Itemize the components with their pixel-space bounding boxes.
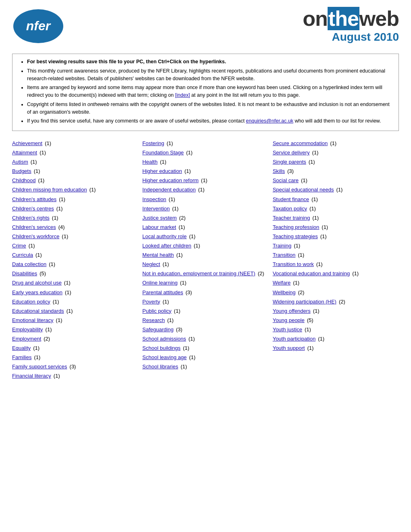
index-term-link[interactable]: Teaching strategies [273, 232, 318, 241]
index-term-link[interactable]: Labour market [142, 223, 176, 232]
index-row: Crime(1) [12, 241, 138, 250]
index-term-link[interactable]: Neglect [142, 260, 160, 269]
index-term-link[interactable]: Children's attitudes [12, 195, 56, 204]
index-term-link[interactable]: Autism [12, 158, 28, 166]
index-term-link[interactable]: Youth justice [273, 325, 302, 334]
index-term-count: (1) [34, 167, 40, 176]
index-row: Higher education(1) [142, 167, 268, 176]
index-term-link[interactable]: Independent education [142, 185, 195, 194]
index-term-count: (1) [309, 158, 315, 166]
index-row: Neglect(1) [142, 260, 268, 269]
index-term-link[interactable]: Childhood [12, 176, 36, 185]
index-term-link[interactable]: Wellbeing [273, 288, 296, 297]
index-term-link[interactable]: Data collection [12, 260, 46, 269]
index-link[interactable]: [index] [175, 92, 190, 98]
index-term-link[interactable]: Special educational needs [273, 185, 334, 194]
index-term-link[interactable]: Education policy [12, 297, 50, 306]
index-term-link[interactable]: Local authority role [142, 232, 187, 241]
index-term-link[interactable]: Public policy [142, 307, 171, 316]
index-term-link[interactable]: Youth participation [273, 335, 316, 343]
index-term-link[interactable]: Drug and alcohol use [12, 278, 62, 287]
index-term-link[interactable]: Educational standards [12, 307, 64, 316]
index-term-link[interactable]: Teacher training [273, 214, 310, 222]
index-term-link[interactable]: Children missing from education [12, 185, 87, 194]
index-term-link[interactable]: Budgets [12, 167, 31, 176]
index-term-link[interactable]: Equality [12, 344, 31, 353]
index-term-link[interactable]: Research [142, 316, 165, 325]
index-term-link[interactable]: Transition to work [273, 260, 314, 269]
index-term-link[interactable]: Parental attitudes [142, 288, 183, 297]
index-row: Drug and alcohol use(1) [12, 278, 138, 287]
index-term-link[interactable]: Families [12, 353, 31, 362]
index-term-link[interactable]: Achievement [12, 139, 42, 148]
index-term-count: (1) [320, 232, 327, 241]
index-term-count: (2) [179, 214, 186, 222]
index-row: Independent education(1) [142, 185, 268, 194]
index-row: Fostering(1) [142, 139, 268, 148]
index-term-link[interactable]: Early years education [12, 288, 62, 297]
index-term-link[interactable]: Youth support [273, 344, 305, 353]
email-link[interactable]: enquiries@nfer.ac.uk [246, 118, 293, 124]
index-term-link[interactable]: Teaching profession [273, 223, 320, 232]
index-term-link[interactable]: Vocational education and training [273, 269, 350, 278]
index-term-link[interactable]: Crime [12, 241, 26, 250]
index-term-count: (1) [56, 204, 63, 213]
index-term-link[interactable]: Intervention [142, 204, 170, 213]
index-term-link[interactable]: Higher education [142, 167, 182, 176]
index-term-count: (1) [312, 148, 318, 157]
index-term-count: (2) [44, 335, 50, 343]
index-term-link[interactable]: Financial literacy [12, 372, 51, 380]
index-term-link[interactable]: Children's services [12, 223, 56, 232]
index-term-link[interactable]: Children's workforce [12, 232, 59, 241]
index-term-link[interactable]: Looked after children [142, 241, 191, 250]
index-term-link[interactable]: Curricula [12, 251, 33, 260]
index-term-link[interactable]: School libraries [142, 362, 178, 371]
index-term-link[interactable]: Taxation policy [273, 204, 307, 213]
index-term-link[interactable]: Service delivery [273, 148, 310, 157]
index-term-link[interactable]: Higher education reform [142, 176, 198, 185]
index-term-link[interactable]: Employability [12, 325, 43, 334]
index-term-link[interactable]: Social care [273, 176, 299, 185]
index-term-link[interactable]: Foundation Stage [142, 148, 184, 157]
index-term-link[interactable]: Young people [273, 316, 305, 325]
index-term-link[interactable]: Attainment [12, 148, 37, 157]
index-term-link[interactable]: Online learning [142, 278, 177, 287]
index-term-link[interactable]: Health [142, 158, 158, 166]
index-term-link[interactable]: School leaving age [142, 353, 187, 362]
index-term-link[interactable]: Fostering [142, 139, 164, 148]
index-term-link[interactable]: Young offenders [273, 307, 311, 316]
index-row: Children's attitudes(1) [12, 195, 138, 204]
index-row: Poverty(1) [142, 297, 268, 306]
index-term-link[interactable]: Student finance [273, 195, 309, 204]
index-term-count: (5) [39, 269, 46, 278]
index-term-count: (1) [38, 176, 45, 185]
index-term-link[interactable]: Family support services [12, 362, 67, 371]
index-term-link[interactable]: Skills [273, 167, 285, 176]
index-term-count: (1) [174, 307, 181, 316]
index-term-count: (1) [312, 214, 319, 222]
index-term-link[interactable]: Poverty [142, 297, 160, 306]
index-term-link[interactable]: Children's rights [12, 214, 50, 222]
index-term-link[interactable]: Employment [12, 335, 41, 343]
index-term-link[interactable]: Disabilities [12, 269, 37, 278]
index-term-link[interactable]: Safeguarding [142, 325, 173, 334]
index-term-count: (1) [179, 223, 185, 232]
index-term-count: (1) [62, 232, 68, 241]
info-list: For best viewing results save this file … [19, 58, 392, 125]
index-term-link[interactable]: Secure accommodation [273, 139, 328, 148]
index-term-link[interactable]: Justice system [142, 214, 176, 222]
index-term-link[interactable]: School admissions [142, 335, 186, 343]
index-term-link[interactable]: Training [273, 241, 291, 250]
index-term-link[interactable]: Transition [273, 251, 296, 260]
index-term-link[interactable]: Children's centres [12, 204, 54, 213]
index-term-count: (1) [49, 260, 55, 269]
index-term-link[interactable]: Welfare [273, 278, 291, 287]
index-term-count: (1) [33, 344, 39, 353]
index-term-link[interactable]: Emotional literacy [12, 316, 54, 325]
index-term-link[interactable]: Not in education, employment or training… [142, 269, 255, 278]
index-term-link[interactable]: Mental health [142, 251, 174, 260]
index-term-link[interactable]: Widening participation (HE) [273, 297, 336, 306]
index-term-link[interactable]: Single parents [273, 158, 306, 166]
index-term-link[interactable]: School buildings [142, 344, 181, 353]
index-term-link[interactable]: Inspection [142, 195, 166, 204]
